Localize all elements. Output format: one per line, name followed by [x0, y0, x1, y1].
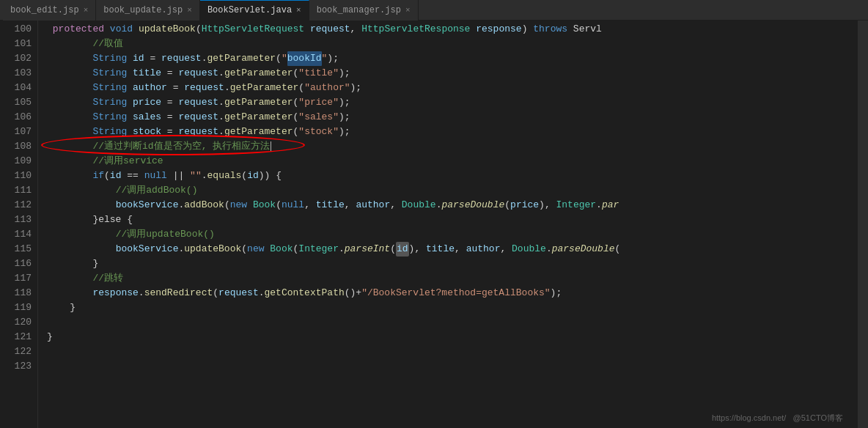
code-line-104: String author = request . getParameter (… [47, 81, 858, 95]
tab-book-edit-close[interactable]: × [84, 6, 89, 15]
line-num-118: 118 [0, 286, 32, 300]
line-num-116: 116 [0, 257, 32, 271]
tab-book-edit[interactable]: book_edit.jsp × [3, 0, 96, 21]
tab-bar: book_edit.jsp × book_update.jsp × BookSe… [0, 0, 868, 21]
line-num-102: 102 [0, 51, 32, 66]
code-line-106: String sales = request . getParameter ( … [47, 110, 858, 125]
code-line-121: } [47, 330, 858, 344]
line-num-108: 108 [0, 139, 32, 154]
code-line-122 [47, 344, 858, 359]
code-line-113: }else { [47, 213, 858, 227]
code-line-119: } [47, 300, 858, 315]
code-line-105: String price = request . getParameter ( … [47, 95, 858, 110]
code-line-103: String title = request . getParameter ( … [47, 66, 858, 81]
line-num-101: 101 [0, 37, 32, 51]
tab-book-manager-close[interactable]: × [405, 6, 411, 15]
line-num-106: 106 [0, 110, 32, 125]
line-num-104: 104 [0, 81, 32, 95]
tab-book-servlet-label: BookServlet.java [207, 5, 292, 15]
line-num-112: 112 [0, 198, 32, 213]
code-line-108: //通过判断id值是否为空, 执行相应方法 [47, 139, 858, 154]
tab-book-update-close[interactable]: × [187, 6, 192, 15]
editor-container: 100 101 102 103 104 105 106 107 108 109 … [0, 21, 868, 428]
line-num-121: 121 [0, 330, 32, 344]
tab-book-update-label: book_update.jsp [103, 5, 183, 15]
line-num-111: 111 [0, 183, 32, 198]
code-area[interactable]: protected void updateBook ( HttpServletR… [38, 21, 858, 428]
line-number-gutter: 100 101 102 103 104 105 106 107 108 109 … [0, 21, 38, 428]
line-num-122: 122 [0, 344, 32, 359]
line-num-113: 113 [0, 213, 32, 227]
line-num-115: 115 [0, 242, 32, 257]
line-num-120: 120 [0, 315, 32, 330]
tab-book-manager-label: book_manager.jsp [317, 5, 401, 15]
code-line-115: bookService . updateBook ( new Book ( In… [47, 242, 858, 257]
code-line-117: //跳转 [47, 271, 858, 286]
line-num-110: 110 [0, 169, 32, 183]
code-line-110: if ( id == null || "" . equals ( id )) { [47, 169, 858, 183]
line-num-100: 100 [0, 22, 32, 37]
code-line-100: protected void updateBook ( HttpServletR… [47, 22, 858, 37]
code-line-111: //调用addBook() [47, 183, 858, 198]
code-line-101: //取值 [47, 37, 858, 51]
line-num-119: 119 [0, 300, 32, 315]
line-num-109: 109 [0, 154, 32, 169]
tab-book-manager[interactable]: book_manager.jsp × [309, 0, 419, 21]
line-num-123: 123 [0, 359, 32, 374]
line-num-114: 114 [0, 227, 32, 242]
watermark: https://blog.csdn.net/ @51CTO博客 [712, 413, 843, 424]
code-line-109: //调用service [47, 154, 858, 169]
code-line-123 [47, 359, 858, 374]
tab-book-servlet-close[interactable]: × [296, 6, 301, 15]
text-cursor [271, 141, 271, 152]
line-num-117: 117 [0, 271, 32, 286]
code-line-120 [47, 315, 858, 330]
tab-book-servlet[interactable]: BookServlet.java × [200, 0, 309, 21]
line-num-107: 107 [0, 125, 32, 139]
tab-book-update[interactable]: book_update.jsp × [96, 0, 200, 21]
code-line-114: //调用updateBook() [47, 227, 858, 242]
code-line-107: String stock = request . getParameter ( … [47, 125, 858, 139]
line-num-105: 105 [0, 95, 32, 110]
scrollbar[interactable] [858, 21, 868, 428]
line-num-103: 103 [0, 66, 32, 81]
code-line-112: bookService . addBook ( new Book ( null … [47, 198, 858, 213]
tab-book-edit-label: book_edit.jsp [10, 5, 79, 15]
code-line-116: } [47, 257, 858, 271]
code-line-102: String id = request . getParameter ( "bo… [47, 51, 858, 66]
code-line-118: response . sendRedirect ( request . getC… [47, 286, 858, 300]
